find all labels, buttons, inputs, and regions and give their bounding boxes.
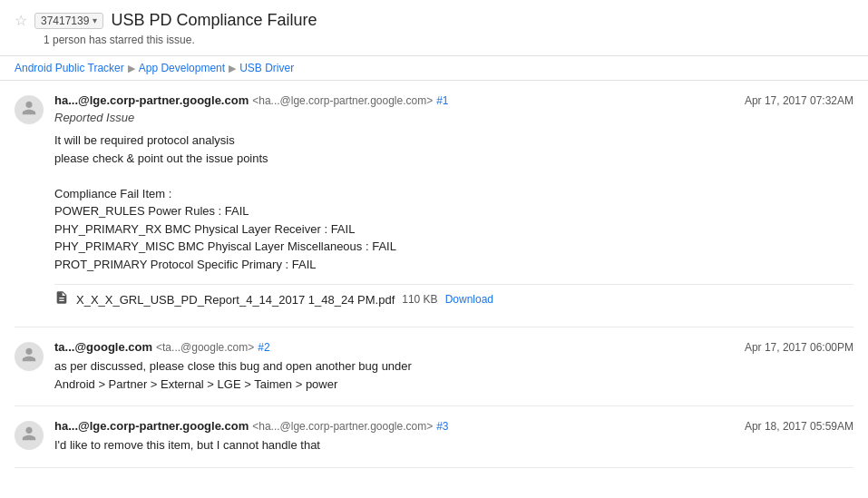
issue-header: ☆ 37417139 ▾ USB PD Compliance Failure 1… xyxy=(0,0,868,56)
chevron-down-icon: ▾ xyxy=(93,15,97,25)
author-email: <ta...@google.com> xyxy=(156,341,254,354)
comment-header: ha...@lge.corp-partner.google.com<ha...@… xyxy=(54,419,853,433)
comment-number[interactable]: #2 xyxy=(258,341,269,354)
comment-date: Apr 18, 2017 05:59AM xyxy=(745,420,853,433)
breadcrumb: Android Public Tracker ▶ App Development… xyxy=(0,56,868,81)
comment-text: I'd like to remove this item, but I cann… xyxy=(54,436,853,454)
comment-number[interactable]: #3 xyxy=(436,420,448,433)
issue-title-row: ☆ 37417139 ▾ USB PD Compliance Failure xyxy=(15,11,853,30)
starred-info: 1 person has starred this issue. xyxy=(44,34,853,46)
breadcrumb-usb-driver[interactable]: USB Driver xyxy=(239,62,294,74)
issue-id-badge[interactable]: 37417139 ▾ xyxy=(34,13,103,29)
breadcrumb-android-tracker[interactable]: Android Public Tracker xyxy=(15,62,124,74)
user-icon xyxy=(21,100,37,121)
breadcrumb-app-development[interactable]: App Development xyxy=(139,62,225,74)
comment-date: Apr 17, 2017 06:00PM xyxy=(745,341,853,354)
comment-number[interactable]: #1 xyxy=(436,94,448,107)
file-name: X_X_X_GRL_USB_PD_Report_4_14_2017 1_48_2… xyxy=(76,293,395,307)
comment-text: It will be required protocol analysis pl… xyxy=(54,132,853,273)
download-link[interactable]: Download xyxy=(445,293,493,306)
avatar xyxy=(15,421,44,450)
comment-body: ha...@lge.corp-partner.google.com<ha...@… xyxy=(54,93,853,314)
avatar xyxy=(15,95,44,124)
avatar xyxy=(15,342,44,371)
comment-0: ha...@lge.corp-partner.google.com<ha...@… xyxy=(15,81,853,327)
comment-header: ha...@lge.corp-partner.google.com<ha...@… xyxy=(54,93,853,107)
author-name: ha...@lge.corp-partner.google.com xyxy=(54,419,249,433)
file-size: 110 KB xyxy=(402,293,437,306)
author-email: <ha...@lge.corp-partner.google.com> xyxy=(252,94,433,107)
comment-body: ha...@lge.corp-partner.google.com<ha...@… xyxy=(54,419,853,454)
comment-1: ta...@google.com<ta...@google.com>#2Apr … xyxy=(15,327,853,406)
attachment: X_X_X_GRL_USB_PD_Report_4_14_2017 1_48_2… xyxy=(54,284,853,314)
issue-id: 37417139 xyxy=(41,15,89,27)
comment-author-row: ha...@lge.corp-partner.google.com<ha...@… xyxy=(54,419,449,433)
comment-2: ha...@lge.corp-partner.google.com<ha...@… xyxy=(15,406,853,468)
comment-label: Reported Issue xyxy=(54,111,853,124)
breadcrumb-sep-2: ▶ xyxy=(229,63,236,74)
author-email: <ha...@lge.corp-partner.google.com> xyxy=(252,420,433,433)
user-icon xyxy=(21,425,37,446)
author-name: ta...@google.com xyxy=(54,340,152,354)
breadcrumb-sep-1: ▶ xyxy=(128,63,135,74)
page-title: USB PD Compliance Failure xyxy=(111,11,317,30)
comment-text: as per discussed, please close this bug … xyxy=(54,357,853,393)
star-icon[interactable]: ☆ xyxy=(15,12,27,29)
comments-area: ha...@lge.corp-partner.google.com<ha...@… xyxy=(0,81,868,468)
comment-author-row: ta...@google.com<ta...@google.com>#2 xyxy=(54,340,270,354)
comment-date: Apr 17, 2017 07:32AM xyxy=(745,94,853,107)
comment-header: ta...@google.com<ta...@google.com>#2Apr … xyxy=(54,340,853,354)
comment-author-row: ha...@lge.corp-partner.google.com<ha...@… xyxy=(54,93,449,107)
comment-body: ta...@google.com<ta...@google.com>#2Apr … xyxy=(54,340,853,393)
user-icon xyxy=(21,347,37,367)
file-icon xyxy=(54,290,69,308)
author-name: ha...@lge.corp-partner.google.com xyxy=(54,93,249,107)
